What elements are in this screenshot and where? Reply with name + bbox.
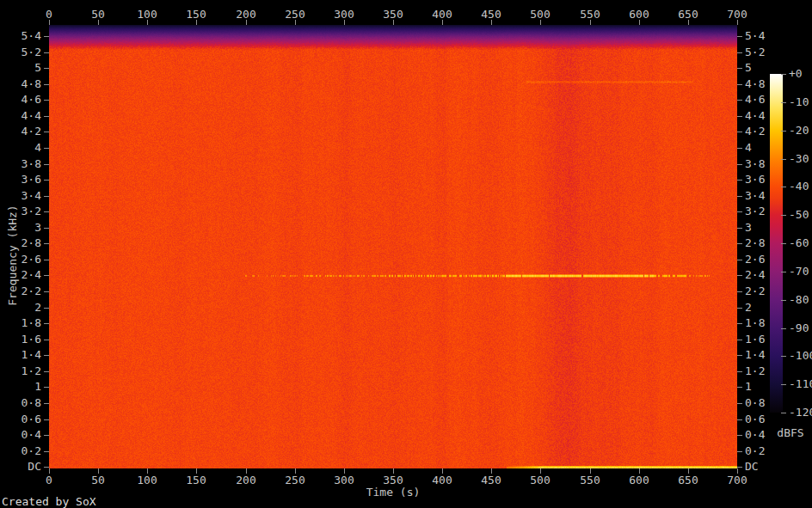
freq-tick-mark — [44, 164, 49, 165]
freq-tick-mark — [737, 403, 742, 404]
freq-tick-mark — [737, 467, 742, 468]
freq-tick-mark — [44, 371, 49, 372]
x-tick-label: 450 — [467, 474, 515, 487]
x-tick-mark — [688, 20, 689, 25]
freq-tick-label: 0·4 — [3, 429, 41, 441]
freq-tick-label: 5·4 — [3, 30, 41, 42]
freq-tick-mark — [737, 132, 742, 132]
freq-tick-mark — [44, 180, 49, 181]
freq-tick-mark — [44, 100, 49, 101]
x-tick-label: 350 — [369, 9, 417, 21]
freq-tick-mark — [737, 228, 742, 229]
db-tick-mark — [781, 413, 786, 413]
x-tick-label: 150 — [172, 9, 220, 21]
freq-tick-mark — [44, 228, 49, 229]
db-tick-label: -70 — [789, 266, 812, 278]
freq-tick-mark — [44, 52, 49, 53]
x-tick-label: 600 — [615, 474, 663, 487]
db-tick-mark — [781, 356, 786, 357]
freq-tick-mark — [737, 387, 742, 388]
db-tick-label: +0 — [789, 68, 812, 80]
x-tick-label: 250 — [271, 474, 319, 487]
db-tick-mark — [781, 102, 786, 103]
x-tick-label: 0 — [25, 9, 73, 21]
x-tick-label: 600 — [615, 9, 663, 21]
freq-tick-mark — [737, 435, 742, 436]
freq-tick-mark — [737, 355, 742, 356]
freq-tick-mark — [737, 340, 742, 340]
db-tick-label: -90 — [789, 322, 812, 334]
freq-tick-mark — [44, 323, 49, 324]
freq-tick-label: 5 — [3, 62, 41, 74]
freq-tick-mark — [737, 100, 742, 101]
freq-tick-label: 3·4 — [3, 190, 41, 202]
x-tick-label: 100 — [123, 474, 171, 487]
freq-tick-mark — [737, 243, 742, 244]
x-tick-mark — [540, 20, 541, 25]
x-tick-label: 0 — [25, 474, 73, 487]
freq-tick-mark — [44, 68, 49, 69]
x-tick-mark — [246, 20, 247, 25]
x-tick-label: 200 — [222, 9, 270, 21]
spectrogram-canvas — [49, 25, 737, 468]
db-tick-mark — [781, 159, 786, 160]
x-tick-mark — [49, 20, 50, 25]
db-tick-mark — [781, 243, 786, 244]
db-tick-label: -40 — [789, 181, 812, 193]
db-tick-label: -20 — [789, 125, 812, 137]
db-tick-mark — [781, 300, 786, 301]
freq-tick-mark — [44, 340, 49, 340]
x-tick-label: 100 — [123, 9, 171, 21]
freq-tick-label: 4·2 — [3, 125, 41, 138]
x-tick-label: 650 — [664, 9, 712, 21]
db-tick-label: -120 — [789, 407, 812, 419]
x-tick-mark — [590, 20, 591, 25]
sox-spectrogram-window: 0501001502002503003504004505005506006507… — [0, 0, 812, 508]
freq-tick-mark — [737, 148, 742, 149]
x-tick-label: 50 — [74, 474, 122, 487]
freq-tick-mark — [44, 243, 49, 244]
freq-tick-mark — [737, 260, 742, 260]
x-tick-mark — [491, 20, 492, 25]
freq-tick-label: 4·6 — [3, 94, 41, 106]
freq-tick-mark — [737, 164, 742, 165]
freq-tick-label: 1·2 — [3, 365, 41, 377]
x-tick-label: 550 — [566, 9, 614, 21]
colorbar-title: dBFS — [768, 426, 812, 439]
x-tick-mark — [639, 20, 640, 25]
freq-tick-label: 5·4 — [745, 30, 783, 42]
freq-tick-mark — [737, 52, 742, 53]
freq-tick-mark — [737, 275, 742, 276]
freq-tick-label: 1·4 — [3, 349, 41, 361]
x-tick-label: 400 — [418, 9, 466, 21]
x-tick-label: 350 — [369, 474, 417, 487]
db-tick-label: -30 — [789, 153, 812, 165]
freq-tick-label: 0·8 — [3, 397, 41, 409]
db-tick-mark — [781, 384, 786, 385]
freq-tick-mark — [44, 308, 49, 309]
freq-tick-label: DC — [745, 461, 783, 473]
freq-tick-mark — [737, 116, 742, 117]
freq-tick-mark — [44, 260, 49, 260]
freq-tick-mark — [44, 84, 49, 85]
x-tick-label: 550 — [566, 474, 614, 487]
freq-tick-mark — [44, 196, 49, 197]
x-tick-label: 500 — [516, 474, 564, 487]
db-tick-label: -100 — [789, 350, 812, 362]
freq-tick-mark — [737, 323, 742, 324]
x-tick-label: 150 — [172, 474, 220, 487]
db-tick-mark — [781, 187, 786, 187]
db-tick-mark — [781, 215, 786, 216]
x-tick-label: 450 — [467, 9, 515, 21]
x-tick-label: 700 — [713, 9, 761, 21]
freq-tick-label: 5·2 — [745, 46, 783, 58]
x-axis-title: Time (s) — [49, 486, 737, 499]
freq-tick-label: 4·4 — [3, 110, 41, 122]
freq-tick-mark — [737, 68, 742, 69]
freq-tick-label: 5·2 — [3, 46, 41, 58]
freq-tick-mark — [44, 467, 49, 468]
x-tick-label: 500 — [516, 9, 564, 21]
freq-tick-label: 0·2 — [745, 445, 783, 457]
db-tick-label: -10 — [789, 96, 812, 108]
x-tick-mark — [98, 20, 99, 25]
